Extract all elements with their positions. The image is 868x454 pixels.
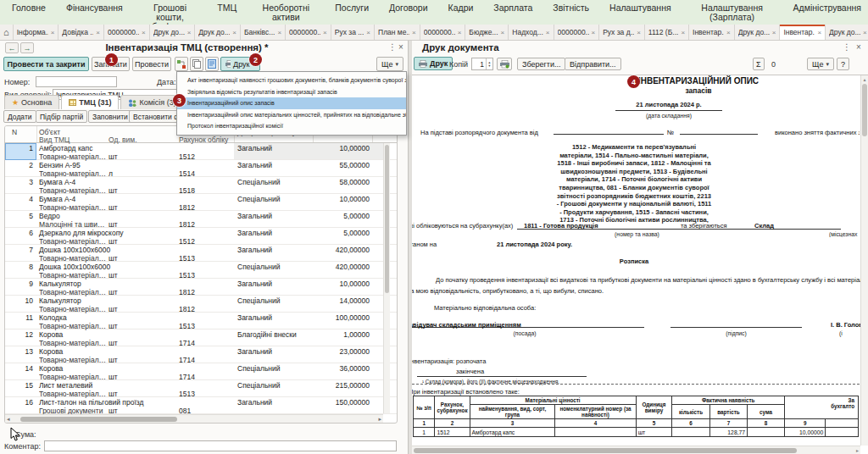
print-menu-item-4[interactable]: Протокол інвентаризаційної комісії [177, 120, 406, 132]
related-documents-icon[interactable] [205, 57, 219, 71]
items-table-hscrollbar[interactable]: ◂▸ [5, 414, 383, 423]
menu-item-8[interactable]: Зарплата [493, 3, 532, 13]
window-tab-11[interactable]: Надход...× [509, 25, 554, 40]
close-icon[interactable]: × [817, 29, 821, 36]
table-row[interactable]: 6Дзеркало для мікроскопуЗагальний5,00000… [5, 228, 397, 245]
preview-vscrollbar[interactable]: ▴ [860, 75, 868, 446]
sum-icon[interactable]: Σ [753, 58, 765, 70]
save-button[interactable]: Зберегти... [517, 58, 565, 70]
more-button[interactable]: Ще▾ [807, 58, 834, 70]
table-row[interactable]: 3Бумага А-4Спеціальний58,00000Товарно-ма… [5, 177, 397, 194]
menu-item-11[interactable]: Налаштування (Зарплата) [692, 3, 773, 22]
window-tab-6[interactable]: 0000000...× [286, 25, 331, 40]
print-menu-item-0[interactable]: Акт інвентаризації наявності грошових до… [177, 75, 406, 86]
menu-item-7[interactable]: Кадри [448, 3, 474, 13]
table-row[interactable]: 7Дошка 100х100х6000Загальний420,00000Тов… [5, 245, 397, 262]
menu-item-3[interactable]: ТМЦ [217, 3, 236, 13]
window-tab-18[interactable]: Друк до...× [826, 25, 868, 40]
table-row[interactable]: 2Бензин А-95Загальний55,00000Товарно-мат… [5, 160, 397, 177]
window-tab-9[interactable]: 0000000...× [420, 25, 466, 40]
table-row[interactable]: 9КалькуляторЗагальний10,00000Товарно-мат… [5, 279, 397, 296]
menu-item-4[interactable]: Необоротні активи [257, 3, 314, 22]
window-tab-17[interactable]: Інвентар...× [780, 25, 826, 40]
close-icon[interactable]: × [187, 29, 192, 36]
menu-item-6[interactable]: Договори [389, 3, 428, 13]
print-menu-item-3[interactable]: Інвентаризаційний опис матеріальних цінн… [177, 109, 406, 121]
tab-tmc[interactable]: ТМЦ (31) [61, 95, 119, 109]
number-input[interactable] [36, 76, 117, 87]
window-tab-3[interactable]: Друк до...× [150, 25, 196, 40]
window-tab-15[interactable]: Інвентар...× [689, 25, 735, 40]
pick-batches-button[interactable]: Підбір партій [36, 110, 87, 123]
more-dots-icon[interactable]: ⋮ [388, 43, 397, 52]
menu-item-0[interactable]: Головне [12, 3, 46, 13]
close-icon[interactable]: × [366, 29, 370, 36]
close-icon[interactable]: × [458, 29, 462, 36]
table-row[interactable]: 12КороваБлагодійні внески1,00000Товарно-… [5, 329, 397, 346]
close-icon[interactable]: × [856, 43, 861, 52]
close-icon[interactable]: × [863, 29, 867, 36]
menu-item-12[interactable]: Адміністрування [793, 3, 861, 13]
menu-item-9[interactable]: Звітність [553, 3, 589, 13]
print-menu-item-1[interactable]: Звіряльна відомість результатів інвентар… [177, 86, 406, 98]
close-icon[interactable]: × [323, 29, 327, 36]
send-button[interactable]: Відправити... [565, 58, 621, 70]
window-tab-1[interactable]: Довідка ...× [58, 25, 104, 40]
close-icon[interactable]: × [51, 29, 55, 36]
table-row[interactable]: 13КороваЗагальний23,00000Товарно-матеріа… [5, 346, 397, 363]
table-row[interactable]: 15Лист металевийСпеціальний215,00000Това… [5, 380, 397, 397]
window-tab-13[interactable]: Рух за д...× [599, 25, 645, 40]
table-row[interactable]: 4Бумага А-4Спеціальний10,00000Товарно-ма… [5, 194, 397, 211]
close-icon[interactable]: × [637, 29, 641, 36]
window-tab-0[interactable]: Інформа...× [14, 25, 59, 40]
close-icon[interactable]: × [96, 29, 100, 36]
close-icon[interactable]: × [501, 29, 505, 36]
menu-item-10[interactable]: Налаштування [609, 3, 671, 13]
print-menu-item-2[interactable]: Інвентаризаційний опис запасів [177, 97, 406, 109]
print-button[interactable]: Друк [414, 57, 453, 70]
window-tab-16[interactable]: Друк до...× [735, 25, 781, 40]
close-icon[interactable]: × [681, 29, 685, 36]
window-tab-8[interactable]: План ме...× [375, 25, 420, 40]
printer-settings-icon[interactable] [497, 58, 512, 70]
table-row[interactable]: 8Дошка 100х100х6000Спеціальний420,00000Т… [5, 262, 397, 279]
close-icon[interactable]: × [142, 29, 146, 36]
close-icon[interactable]: × [412, 29, 416, 36]
close-icon[interactable]: × [398, 43, 403, 52]
window-tab-10[interactable]: Бюдже...× [465, 25, 509, 40]
table-row[interactable]: 14КороваСпеціальний36,00000Товарно-матер… [5, 363, 397, 380]
window-tab-2[interactable]: 0000000...× [104, 25, 150, 40]
fill-button[interactable]: Заповнити [88, 110, 132, 123]
close-icon[interactable]: × [772, 29, 776, 36]
close-icon[interactable]: × [592, 29, 596, 36]
more-dots-icon[interactable]: ⋮ [843, 43, 851, 52]
table-row[interactable]: 16Лист-талон на пільговий проїздЗагальни… [5, 397, 397, 414]
add-row-button[interactable]: Додати [3, 110, 36, 123]
table-row[interactable]: 1Амбротард капсЗагальний10,00000Товарно-… [5, 143, 397, 160]
table-row[interactable]: 5ВедроЗагальний5,00000Малоцінні та швидк… [5, 211, 397, 228]
items-table-vscrollbar[interactable] [383, 143, 390, 413]
home-icon[interactable]: ⌂ [0, 25, 14, 40]
window-tab-4[interactable]: Друк до...× [195, 25, 241, 40]
comment-input[interactable] [44, 440, 397, 451]
window-tab-12[interactable]: 0000000...× [554, 25, 600, 40]
copies-stepper[interactable]: 1▴▾ [471, 58, 493, 70]
window-tab-14[interactable]: 1112 (Б...× [645, 25, 689, 40]
copy-icon[interactable] [190, 57, 203, 71]
menu-item-5[interactable]: Послуги [335, 3, 369, 13]
post-button[interactable]: Провести [132, 57, 171, 71]
help-button[interactable]: ? [837, 58, 849, 70]
more-button[interactable]: Ще▾ [376, 57, 403, 71]
table-row[interactable]: 11КолодкаЗагальний100,00000Товарно-матер… [5, 313, 397, 329]
close-icon[interactable]: × [546, 29, 550, 36]
tab-osnovna[interactable]: ★Основна [4, 95, 59, 109]
close-icon[interactable]: × [232, 29, 236, 36]
preview-hscrollbar[interactable]: ▸ [412, 446, 860, 454]
create-based-on-icon[interactable] [175, 57, 188, 71]
table-row[interactable]: 10КалькуляторСпеціальний14,00000Товарно-… [5, 296, 397, 313]
close-icon[interactable]: × [277, 29, 281, 36]
window-tab-5[interactable]: Банківс...× [241, 25, 286, 40]
window-tab-7[interactable]: Рух за ...× [331, 25, 375, 40]
close-icon[interactable]: × [726, 29, 731, 36]
post-and-close-button[interactable]: Провести та закрити [3, 57, 89, 71]
